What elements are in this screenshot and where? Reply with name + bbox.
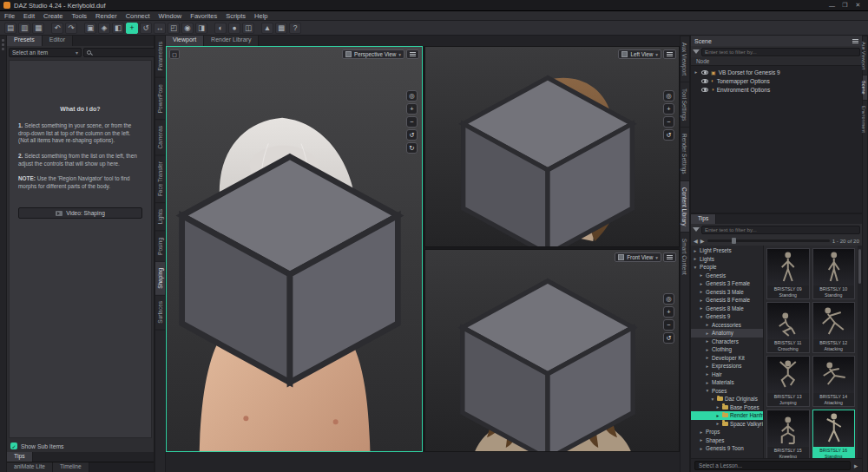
thumb-size-slider[interactable]: [707, 239, 830, 242]
viewport-menu-button[interactable]: [663, 49, 676, 59]
viewport-menu-button[interactable]: [663, 252, 676, 262]
tree-item[interactable]: ▾Genesis 9: [691, 312, 763, 321]
tab-face-transfer[interactable]: Face Transfer: [155, 155, 165, 203]
tab-content-library[interactable]: Content Library: [681, 180, 689, 232]
page-forward-icon[interactable]: ▶: [700, 238, 705, 244]
tree-item[interactable]: ▸Genesis: [691, 272, 763, 280]
menu-tools[interactable]: Tools: [68, 12, 92, 20]
tree-item[interactable]: ▸Props: [691, 428, 763, 436]
open-file-icon[interactable]: ▥: [18, 23, 30, 34]
visibility-eye-icon[interactable]: [701, 88, 708, 92]
orbit-icon[interactable]: ↺: [663, 332, 674, 344]
panel-menu-icon[interactable]: [852, 39, 858, 43]
show-sub-items-checkbox[interactable]: ✓: [10, 442, 17, 449]
tab-aux-viewport-outer[interactable]: Aux Viewport: [863, 36, 867, 75]
menu-window[interactable]: Window: [155, 12, 187, 20]
zoom-in-icon[interactable]: +: [406, 103, 418, 115]
tab-surfaces[interactable]: Surfaces: [155, 295, 165, 331]
orbit-icon[interactable]: ↺: [406, 129, 418, 141]
menu-create[interactable]: Create: [39, 12, 68, 20]
pose-thumbnail[interactable]: BRISTSLY 11Crouching: [766, 302, 810, 353]
universal-tool-icon[interactable]: +: [126, 23, 138, 34]
pose-thumbnail-selected[interactable]: BRISTSLY 16Standing: [812, 410, 856, 458]
view-selector[interactable]: Left View ▾: [618, 49, 661, 59]
tree-item[interactable]: ▾Daz Originals: [691, 395, 763, 403]
tab-aux-viewport[interactable]: Aux Viewport: [681, 36, 689, 82]
translate-tool-icon[interactable]: ↔: [154, 23, 166, 34]
new-file-icon[interactable]: ▤: [4, 23, 16, 34]
tree-item[interactable]: ▸Anatomy: [691, 329, 763, 338]
tree-item[interactable]: ▸Shapes: [691, 436, 763, 445]
content-filter-input[interactable]: [701, 226, 860, 234]
view-cube[interactable]: [424, 266, 674, 452]
tab-posing[interactable]: Posing: [155, 232, 165, 262]
page-back-icon[interactable]: ◀: [694, 238, 698, 244]
video-shaping-button[interactable]: Video: Shaping: [18, 207, 142, 219]
tree-item[interactable]: ▸Materials: [691, 378, 763, 387]
tab-render-library[interactable]: Render Library: [204, 36, 259, 46]
zoom-in-icon[interactable]: +: [663, 103, 674, 115]
view-selector[interactable]: Front View ▾: [615, 252, 661, 262]
rotate-tool-icon[interactable]: ↺: [140, 23, 152, 34]
zoom-out-icon[interactable]: −: [406, 116, 418, 128]
frame-icon[interactable]: ◎: [406, 90, 418, 102]
tree-item-selected[interactable]: ▸Render Hanfre: [691, 411, 763, 420]
tab-environment[interactable]: Environment: [863, 100, 867, 138]
dock-handle[interactable]: [2, 43, 4, 46]
tab-parameters[interactable]: Parameters: [155, 36, 165, 78]
minimize-button[interactable]: —: [825, 3, 838, 9]
render-icon[interactable]: ●: [228, 23, 240, 34]
zoom-out-icon[interactable]: −: [663, 319, 674, 331]
frame-icon[interactable]: ◎: [663, 293, 674, 305]
spot-render-tool-icon[interactable]: ◐: [214, 23, 227, 34]
menu-render[interactable]: Render: [91, 12, 122, 20]
menu-favorites[interactable]: Favorites: [186, 12, 221, 20]
tab-tips[interactable]: Tips: [7, 452, 33, 462]
tree-item[interactable]: ▸Base Poses: [691, 403, 763, 412]
smart-content-icon[interactable]: ▩: [275, 23, 287, 34]
orbit-icon[interactable]: ↺: [663, 129, 674, 141]
tree-item[interactable]: ▸Genesis 8 Female: [691, 296, 763, 305]
tab-tool-settings[interactable]: Tool Settings: [681, 82, 689, 127]
tree-item[interactable]: ▸Space Valkyrie: [691, 420, 763, 429]
menu-help[interactable]: Help: [250, 12, 272, 20]
tree-item[interactable]: ▸Light Presets: [691, 246, 763, 255]
tab-presets[interactable]: Presets: [7, 36, 43, 46]
tab-timeline[interactable]: Timeline: [53, 462, 89, 472]
menu-file[interactable]: File: [0, 12, 19, 20]
tree-item[interactable]: ▸Characters: [691, 338, 763, 346]
pose-thumbnail[interactable]: BRISTSLY 13Jumping: [766, 356, 810, 407]
zoom-out-icon[interactable]: −: [663, 116, 674, 128]
dock-handle[interactable]: [2, 48, 4, 50]
tab-smart-content[interactable]: Smart Content: [681, 232, 689, 281]
maximize-button[interactable]: ❐: [838, 2, 852, 9]
undo-icon[interactable]: ↶: [51, 23, 63, 34]
tree-item[interactable]: ▸Genesis 3 Male: [691, 288, 763, 297]
pose-thumbnail[interactable]: BRISTSLY 15Kneeling: [766, 410, 810, 458]
new-primitive-icon[interactable]: ▲: [261, 23, 273, 34]
front-viewport[interactable]: Front View ▾ ◎ +: [424, 249, 680, 452]
thumbnail-scrollbar[interactable]: [858, 246, 862, 458]
tab-render-settings[interactable]: Render Settings: [681, 127, 689, 180]
left-viewport[interactable]: Left View ▾ ◎ +: [424, 46, 680, 247]
perspective-viewport[interactable]: ▢ Perspective View ▾: [166, 46, 423, 452]
scene-filter-input[interactable]: [701, 48, 860, 56]
tab-scene[interactable]: Scene: [863, 75, 867, 100]
close-button[interactable]: ✕: [852, 2, 865, 9]
pose-thumbnail[interactable]: BRISTSLY 10Standing: [812, 248, 856, 299]
tree-item[interactable]: ▸Hair: [691, 370, 763, 379]
menu-connect[interactable]: Connect: [122, 12, 155, 20]
lesson-selector[interactable]: Select a Lesson...: [694, 461, 851, 470]
node-selection-tool-icon[interactable]: ◈: [98, 23, 110, 34]
view-selector[interactable]: Perspective View ▾: [342, 49, 404, 59]
geometry-editor-tool-icon[interactable]: ◧: [112, 23, 124, 34]
tree-item[interactable]: ▸Lights: [691, 255, 763, 264]
aux-viewport-icon[interactable]: ◫: [242, 23, 254, 34]
tab-tips[interactable]: Tips: [691, 214, 716, 224]
tab-lights[interactable]: Lights: [155, 203, 165, 231]
view-cube[interactable]: [166, 62, 418, 452]
tree-item[interactable]: ▸Genesis 9 Toon: [691, 444, 763, 453]
tab-editor[interactable]: Editor: [43, 36, 73, 46]
menu-edit[interactable]: Edit: [19, 12, 39, 20]
item-selector-dropdown[interactable]: Select an item ▾: [9, 48, 82, 57]
